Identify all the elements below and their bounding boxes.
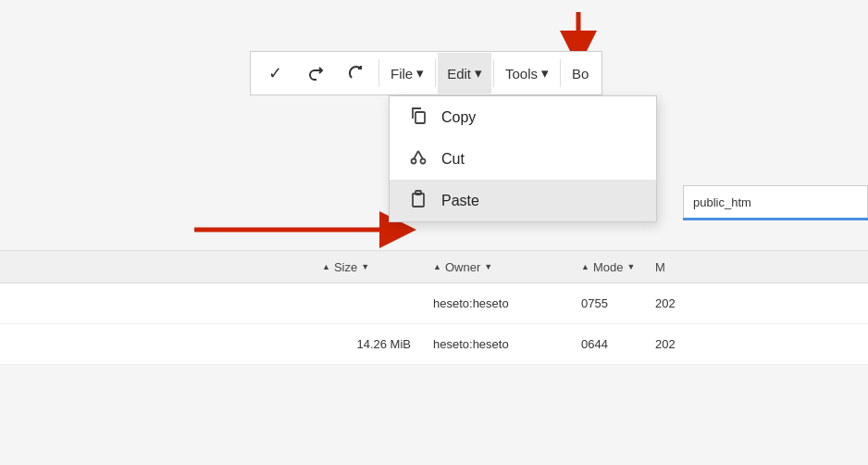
row2-date: 202 (648, 337, 722, 351)
copy-label: Copy (441, 109, 476, 126)
arrow-left-indicator (190, 211, 421, 248)
edit-menu-label: Edit (447, 66, 471, 82)
svg-rect-8 (415, 191, 421, 195)
cut-menu-item[interactable]: Cut (390, 138, 656, 180)
owner-header[interactable]: ▲ Owner ▼ (426, 260, 574, 274)
size-header-sort-up: ▲ (322, 262, 330, 271)
separator-2 (435, 59, 436, 87)
size-header[interactable]: ▲ Size ▼ (315, 260, 426, 274)
refresh-button[interactable] (336, 53, 377, 94)
svg-point-3 (412, 159, 416, 164)
separator-3 (493, 59, 494, 87)
cut-icon (408, 147, 428, 170)
table-header: ▲ Size ▼ ▲ Owner ▼ ▲ Mode ▼ M (0, 250, 868, 283)
mode-header-sort-down: ▼ (626, 262, 635, 271)
path-bar: public_htm (683, 185, 868, 219)
svg-line-6 (418, 151, 423, 159)
date-header[interactable]: M (648, 260, 722, 274)
paste-label: Paste (441, 193, 479, 209)
row1-date: 202 (648, 296, 722, 310)
row1-mode: 0755 (574, 296, 648, 310)
bo-menu-label: Bo (572, 66, 589, 82)
file-menu-label: File (391, 66, 413, 82)
edit-menu-button[interactable]: Edit ▾ (438, 53, 491, 94)
date-header-label: M (655, 260, 665, 274)
bo-menu-button[interactable]: Bo (563, 53, 598, 94)
paste-menu-item[interactable]: Paste (390, 180, 656, 221)
copy-menu-item[interactable]: Copy (390, 96, 656, 138)
size-header-sort-down: ▼ (361, 262, 369, 271)
size-header-label: Size (334, 260, 357, 274)
row2-size: 14.26 MiB (315, 337, 426, 351)
toolbar: ✓ File ▾ Edit ▾ Tools ▾ Bo (250, 51, 602, 95)
copy-icon (408, 106, 428, 129)
row1-owner: heseto:heseto (426, 296, 574, 310)
svg-point-4 (421, 159, 426, 164)
row2-mode: 0644 (574, 337, 648, 351)
share-button[interactable] (295, 53, 336, 94)
separator-4 (560, 59, 561, 87)
owner-header-sort-down: ▼ (484, 262, 492, 271)
tools-dropdown-arrow: ▾ (541, 65, 549, 82)
mode-header-sort-up: ▲ (581, 262, 589, 271)
owner-header-sort-up: ▲ (433, 262, 441, 271)
svg-rect-7 (413, 194, 424, 207)
file-dropdown-arrow: ▾ (416, 65, 424, 82)
tools-menu-label: Tools (505, 66, 538, 82)
edit-dropdown-menu: Copy Cut Paste (389, 95, 657, 222)
svg-line-5 (414, 151, 418, 159)
row2-owner: heseto:heseto (426, 337, 574, 351)
separator-1 (378, 59, 379, 87)
owner-header-label: Owner (445, 260, 480, 274)
path-value: public_htm (693, 195, 751, 209)
cut-label: Cut (441, 151, 465, 168)
paste-icon (408, 189, 428, 212)
path-bar-accent (683, 218, 868, 220)
tools-menu-button[interactable]: Tools ▾ (496, 53, 558, 94)
svg-rect-2 (415, 112, 425, 123)
file-menu-button[interactable]: File ▾ (381, 53, 433, 94)
mode-header[interactable]: ▲ Mode ▼ (574, 260, 648, 274)
table-row: 14.26 MiB heseto:heseto 0644 202 (0, 324, 868, 365)
check-button[interactable]: ✓ (254, 53, 295, 94)
table-row: heseto:heseto 0755 202 (0, 283, 868, 324)
mode-header-label: Mode (593, 260, 624, 274)
edit-dropdown-arrow: ▾ (475, 65, 482, 82)
